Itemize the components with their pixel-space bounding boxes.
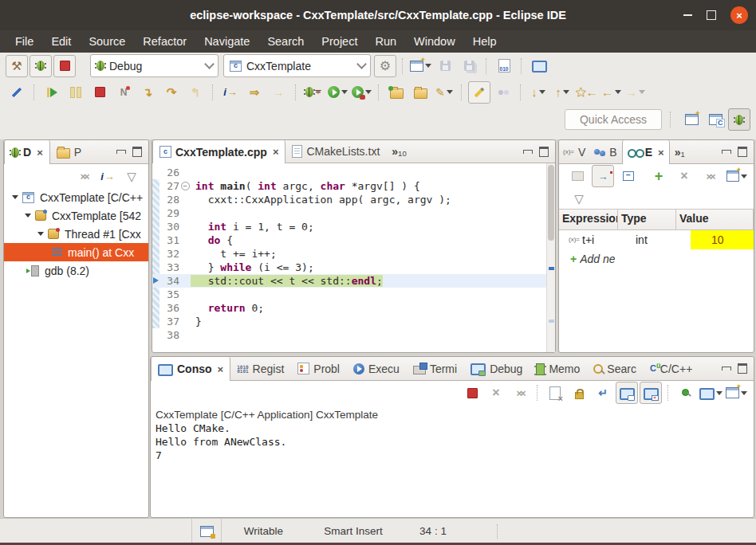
code-line[interactable]: 31 do { xyxy=(152,233,555,247)
tab-search[interactable]: Searc xyxy=(587,357,644,380)
next-annotation-caret-icon[interactable] xyxy=(539,90,545,94)
minimize-view-icon[interactable] xyxy=(722,367,731,371)
resume-at-line-button[interactable]: → xyxy=(267,81,289,104)
code-line[interactable]: 34 std::cout << t << std::endl; xyxy=(152,274,555,288)
remove-launch-button[interactable]: × xyxy=(485,382,507,404)
tree-item-gdb[interactable]: gdb (8.2) xyxy=(4,261,148,280)
tab-breakpoints[interactable]: B xyxy=(590,140,621,163)
open-console-button[interactable] xyxy=(528,55,550,77)
toggle-highlight-button[interactable] xyxy=(468,81,490,104)
menu-file[interactable]: File xyxy=(6,30,42,53)
close-icon[interactable]: × xyxy=(37,147,43,159)
more-views-button[interactable]: » 1 xyxy=(670,140,690,163)
twistie-icon[interactable] xyxy=(25,214,31,218)
tab-memory[interactable]: Memo xyxy=(530,357,587,380)
profile-button[interactable] xyxy=(350,81,372,104)
mark-occurrences-button[interactable] xyxy=(492,81,514,104)
terminate-console-button[interactable] xyxy=(461,382,483,404)
close-icon[interactable]: × xyxy=(218,363,224,375)
back-caret-icon[interactable] xyxy=(615,90,621,94)
tab-cxxtemplate-cpp[interactable]: c CxxTemplate.cpp × xyxy=(152,140,285,163)
menu-search[interactable]: Search xyxy=(258,30,313,53)
code-line[interactable]: 33 } while (i <= 3); xyxy=(152,261,555,274)
overview-ip-marker[interactable] xyxy=(549,267,554,270)
dropdown-caret-icon[interactable] xyxy=(716,391,723,395)
menu-help[interactable]: Help xyxy=(464,30,506,53)
save-all-button[interactable] xyxy=(458,55,480,77)
build-binary-button[interactable]: 010 xyxy=(493,55,515,77)
collapse-all-button[interactable]: − xyxy=(617,165,640,187)
move-to-line-button[interactable]: ⇒ xyxy=(243,81,266,104)
open-resource-button[interactable] xyxy=(409,81,431,104)
marker-pen-button[interactable]: ✎ xyxy=(433,81,455,104)
stop-build-button[interactable] xyxy=(53,55,76,77)
menu-project[interactable]: Project xyxy=(313,30,366,53)
tab-expressions[interactable]: E × xyxy=(622,140,670,164)
restart-button[interactable]: N xyxy=(112,81,135,104)
pin-console-button[interactable] xyxy=(675,382,697,404)
maximize-icon[interactable] xyxy=(707,10,716,20)
back-button[interactable]: ← xyxy=(600,81,623,104)
resume-button[interactable] xyxy=(41,81,63,104)
code-line[interactable]: 26 xyxy=(152,166,555,179)
close-icon[interactable]: × xyxy=(730,6,748,24)
prev-annotation-button[interactable]: ↑ xyxy=(551,81,573,104)
code-line[interactable]: 38 xyxy=(152,328,555,342)
code-line[interactable]: 32 t += i++; xyxy=(152,247,555,261)
tree-item-thread[interactable]: Thread #1 [Cxx xyxy=(4,225,148,243)
quick-access-input[interactable]: Quick Access xyxy=(565,109,662,130)
run-dropdown-caret-icon[interactable] xyxy=(341,90,348,94)
menu-window[interactable]: Window xyxy=(405,30,464,53)
step-over-button[interactable]: ↷ xyxy=(160,81,183,104)
menu-run[interactable]: Run xyxy=(366,30,405,53)
pen-dropdown-caret-icon[interactable] xyxy=(447,90,453,94)
cpp-perspective-button[interactable] xyxy=(704,108,726,131)
minimize-view-icon[interactable] xyxy=(722,150,731,154)
profile-dropdown-caret-icon[interactable] xyxy=(365,90,372,94)
remove-all-terminated-button[interactable]: ×× xyxy=(73,165,95,187)
tab-variables[interactable]: (x)= V xyxy=(559,140,590,163)
col-type[interactable]: Type xyxy=(618,210,676,229)
suspend-button[interactable] xyxy=(65,81,87,104)
tab-cpp-unit[interactable]: C C/C++ xyxy=(644,357,699,380)
tree-item-stack-frame[interactable]: main() at Cxx xyxy=(4,243,148,261)
instruction-stepping-button[interactable]: i xyxy=(219,81,242,104)
overview-marker[interactable] xyxy=(549,320,554,323)
debug-dropdown-caret-icon[interactable] xyxy=(315,90,321,94)
editor-presentation-button[interactable] xyxy=(195,520,218,543)
tree-item-process[interactable]: CxxTemplate [542 xyxy=(4,206,148,225)
menu-edit[interactable]: Edit xyxy=(42,30,80,53)
remove-expression-button[interactable]: × xyxy=(673,165,695,187)
code-line[interactable]: 37} xyxy=(152,315,555,328)
tab-registers[interactable]: 1010 0101 Regist xyxy=(230,357,291,380)
view-menu-button[interactable]: ▽ xyxy=(120,165,143,187)
show-type-names-button[interactable] xyxy=(566,165,589,187)
maximize-view-icon[interactable] xyxy=(539,147,549,157)
maximize-view-icon[interactable] xyxy=(738,363,747,374)
minimize-icon[interactable] xyxy=(683,14,692,16)
tab-debug-view[interactable]: D × xyxy=(4,140,50,164)
step-into-button[interactable]: ↴ xyxy=(136,81,159,104)
add-expression-row[interactable]: + Add new expression xyxy=(559,249,754,269)
last-edit-location-button[interactable]: ✩← xyxy=(575,81,599,104)
tab-cmakelists-txt[interactable]: CMakeLists.txt xyxy=(285,140,387,163)
skip-breakpoints-button[interactable] xyxy=(6,81,28,104)
maximize-view-icon[interactable] xyxy=(132,147,142,157)
open-perspective-button[interactable] xyxy=(680,108,703,131)
next-annotation-button[interactable]: ↓ xyxy=(527,81,549,104)
tab-debugger-console[interactable]: Debug xyxy=(464,357,530,380)
save-button[interactable] xyxy=(434,55,456,77)
code-line[interactable]: 36 return 0; xyxy=(152,301,555,315)
tab-problems[interactable]: Probl xyxy=(291,357,347,380)
show-on-stderr-button[interactable]: × xyxy=(640,382,662,404)
table-row[interactable]: (x)= t+i int 10 xyxy=(559,230,754,249)
add-expression-button[interactable]: + xyxy=(648,165,670,187)
debug-button[interactable] xyxy=(302,81,325,104)
display-console-button[interactable] xyxy=(699,382,723,404)
close-icon[interactable]: × xyxy=(658,147,664,159)
launch-settings-button[interactable]: ⚙ xyxy=(374,55,396,77)
editor-scrollbar[interactable] xyxy=(546,163,555,352)
launch-config-combo[interactable]: c CxxTemplate xyxy=(223,54,371,77)
tab-project-explorer[interactable]: P xyxy=(50,140,89,163)
build-all-button[interactable]: ⚒ xyxy=(6,55,28,77)
